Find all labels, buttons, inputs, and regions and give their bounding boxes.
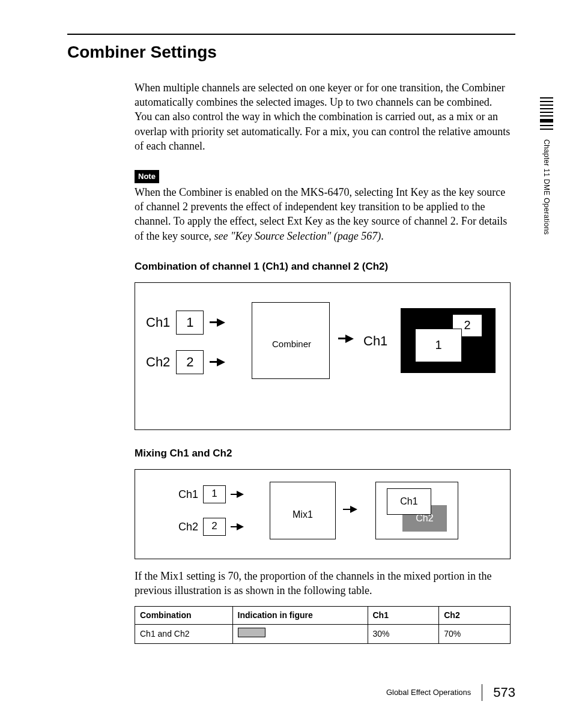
svg-rect-1 (540, 101, 553, 102)
td-combination: Ch1 and Ch2 (135, 625, 233, 644)
td-ch1: 30% (368, 625, 439, 644)
footer-divider (482, 684, 482, 701)
th-ch2: Ch2 (439, 607, 511, 625)
footer-section: Global Effect Operations (386, 687, 471, 698)
note-badge: Note (135, 170, 159, 183)
svg-rect-0 (540, 97, 553, 99)
swatch-icon (238, 628, 265, 637)
fig2-ch1-label: Ch1 (178, 487, 198, 502)
arrow-icon (231, 523, 244, 530)
subheading-combination: Combination of channel 1 (Ch1) and chann… (135, 260, 511, 274)
footer: Global Effect Operations 573 (386, 684, 515, 702)
arrow-icon (338, 335, 354, 343)
fig2-ch1-num: 1 (203, 485, 226, 503)
fig2-mix-label: Mix1 (293, 508, 313, 521)
note-text-c: . (381, 230, 384, 242)
td-ch2: 70% (439, 625, 511, 644)
intro-paragraph-2: You can also control the way in which th… (135, 109, 511, 153)
table-row: Ch1 and Ch2 30% 70% (135, 625, 511, 644)
side-tab-icon (540, 95, 553, 133)
note-text-link: see "Key Source Selection" (page 567) (214, 230, 381, 242)
fig1-result-1: 1 (415, 329, 462, 362)
arrow-icon (231, 491, 244, 498)
arrow-icon (343, 506, 357, 513)
svg-rect-2 (540, 105, 553, 106)
note-paragraph: When the Combiner is enabled on the MKS-… (135, 185, 511, 243)
svg-rect-3 (540, 108, 553, 109)
fig2-result: Ch2 Ch1 (375, 482, 458, 539)
page-title: Combiner Settings (67, 41, 515, 64)
fig2-result-ch1: Ch1 (387, 488, 431, 515)
arrow-icon (210, 318, 225, 327)
fig1-ch1-num: 1 (176, 311, 204, 335)
th-indication: Indication in figure (232, 607, 368, 625)
after-fig2-paragraph: If the Mix1 setting is 70, the proportio… (135, 569, 511, 598)
svg-rect-6 (540, 119, 553, 123)
td-indication (232, 625, 368, 644)
arrow-icon (210, 358, 225, 366)
intro-paragraph-1: When multiple channels are selected on o… (135, 80, 511, 110)
figure-mixing: Ch1 1 Ch2 2 Mix1 Ch2 Ch1 (135, 469, 511, 559)
subheading-mixing: Mixing Ch1 and Ch2 (135, 447, 511, 461)
fig1-ch2-num: 2 (176, 350, 204, 374)
fig1-ch1-label: Ch1 (146, 314, 170, 332)
figure-combination: Ch1 1 Ch2 2 Combiner Ch1 2 1 (135, 282, 511, 430)
svg-rect-5 (540, 115, 553, 117)
side-tab: Chapter 11 DME Operations (536, 95, 557, 235)
fig2-ch2-label: Ch2 (178, 520, 198, 534)
svg-rect-7 (540, 125, 553, 126)
side-tab-chapter: Chapter 11 DME Operations (542, 139, 551, 235)
th-combination: Combination (135, 607, 233, 625)
fig2-ch2-num: 2 (203, 518, 226, 536)
fig1-output-label: Ch1 (363, 332, 387, 350)
mix-table: Combination Indication in figure Ch1 Ch2… (135, 606, 511, 644)
fig1-combiner-label: Combiner (272, 338, 311, 350)
fig1-ch2-label: Ch2 (146, 353, 170, 371)
footer-page: 573 (493, 684, 515, 702)
svg-rect-4 (540, 112, 553, 113)
top-rule (67, 34, 515, 35)
fig1-result: 2 1 (401, 308, 496, 373)
th-ch1: Ch1 (368, 607, 439, 625)
svg-rect-8 (540, 129, 553, 130)
